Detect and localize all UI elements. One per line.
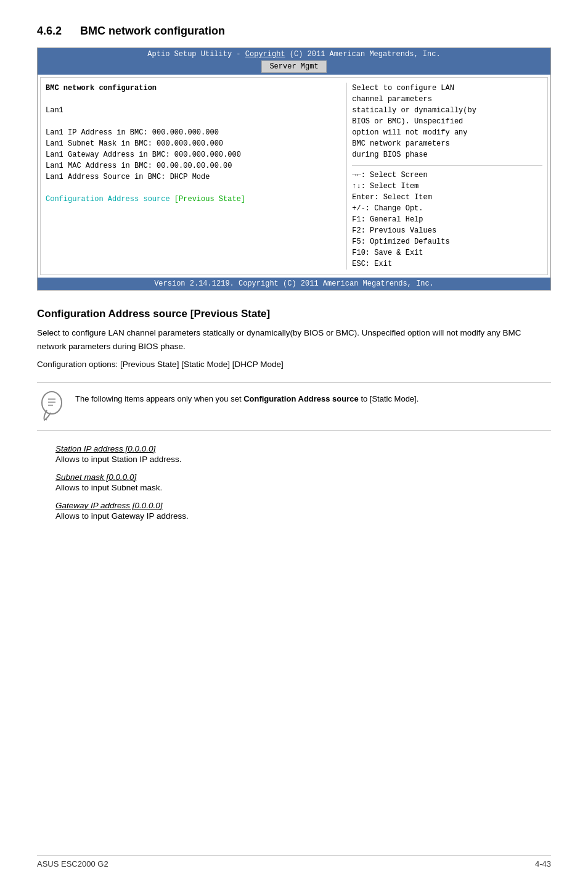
bios-help-7: during BIOS phase <box>352 149 542 160</box>
bios-config-val: [Previous State] <box>174 195 245 204</box>
bios-key-3: Enter: Select Item <box>352 192 542 203</box>
sub-item-gateway-ip-title: Gateway IP address [0.0.0.0] <box>55 501 551 510</box>
bios-help-3: statically or dynamically(by <box>352 105 542 116</box>
section-number: 4.6.2 <box>37 25 62 38</box>
bios-body: BMC network configuration Lan1 Lan1 IP A… <box>40 77 548 275</box>
bios-line-addr-source: Lan1 Address Source in BMC: DHCP Mode <box>46 171 341 183</box>
bios-key-4: +/-: Change Opt. <box>352 203 542 214</box>
bios-line-blank1 <box>46 94 341 105</box>
bios-key-6: F2: Previous Values <box>352 225 542 236</box>
bios-help-4: BIOS or BMC). Unspecified <box>352 116 542 127</box>
note-bold-text: Configuration Address source <box>243 394 359 403</box>
config-address-heading: Configuration Address source [Previous S… <box>37 308 551 320</box>
bios-line-mac: Lan1 MAC Address in BMC: 00.00.00.00.00.… <box>46 160 341 171</box>
note-text-before: The following items appears only when yo… <box>75 394 243 403</box>
note-pencil-icon <box>37 390 67 423</box>
bios-help-5: option will not modify any <box>352 127 542 138</box>
bios-line-blank2 <box>46 116 341 127</box>
bios-line-config-source: Configuration Address source [Previous S… <box>46 194 341 205</box>
sub-item-subnet-mask-desc: Allows to input Subnet mask. <box>55 483 551 492</box>
bios-line-subnet: Lan1 Subnet Mask in BMC: 000.000.000.000 <box>46 138 341 149</box>
footer-left: ASUS ESC2000 G2 <box>37 859 108 868</box>
bios-header: Aptio Setup Utility - Copyright (C) 2011… <box>38 48 550 60</box>
sub-item-subnet-mask: Subnet mask [0.0.0.0] Allows to input Su… <box>55 472 551 492</box>
bios-key-5: F1: General Help <box>352 214 542 225</box>
bios-subnet-val: 000.000.000.000 <box>157 139 223 148</box>
section-title: BMC network configuration <box>80 25 225 38</box>
bios-right-top: Select to configure LAN channel paramete… <box>352 83 542 160</box>
note-text-content: The following items appears only when yo… <box>75 390 419 406</box>
sub-item-subnet-mask-title: Subnet mask [0.0.0.0] <box>55 472 551 482</box>
bios-line-lan1: Lan1 <box>46 105 341 116</box>
bios-key-8: F10: Save & Exit <box>352 247 542 258</box>
page-footer: ASUS ESC2000 G2 4-43 <box>37 855 551 868</box>
sub-item-station-ip: Station IP address [0.0.0.0] Allows to i… <box>55 444 551 464</box>
sub-item-gateway-ip-desc: Allows to input Gateway IP address. <box>55 511 551 521</box>
config-description-1: Select to configure LAN channel paramete… <box>37 326 551 353</box>
bios-line-ip: Lan1 IP Address in BMC: 000.000.000.000 <box>46 127 341 138</box>
bios-right-panel: Select to configure LAN channel paramete… <box>346 83 542 270</box>
bios-tab-server-mgmt[interactable]: Server Mgmt <box>261 60 326 73</box>
bios-right-bottom: →←: Select Screen ↑↓: Select Item Enter:… <box>352 165 542 270</box>
copyright-text: Copyright <box>245 50 285 59</box>
sub-item-gateway-ip: Gateway IP address [0.0.0.0] Allows to i… <box>55 501 551 521</box>
bios-help-1: Select to configure LAN <box>352 83 542 94</box>
note-box: The following items appears only when yo… <box>37 382 551 431</box>
bios-line-blank3 <box>46 183 341 194</box>
bios-mac-val: 00.00.00.00.00.00 <box>157 162 232 170</box>
note-text-after: to [Static Mode]. <box>359 394 419 403</box>
bios-addr-source-val: DHCP Mode <box>170 173 210 181</box>
bios-key-1: →←: Select Screen <box>352 170 542 181</box>
sub-item-station-ip-desc: Allows to input Station IP address. <box>55 455 551 464</box>
bios-help-6: BMC network parameters <box>352 138 542 149</box>
config-description-2: Configuration options: [Previous State] … <box>37 358 551 371</box>
bios-tab-row: Server Mgmt <box>38 60 550 75</box>
bios-gateway-val: 000.000.000.000 <box>174 151 241 159</box>
svg-point-0 <box>42 392 62 414</box>
bios-footer: Version 2.14.1219. Copyright (C) 2011 Am… <box>38 278 550 290</box>
bios-line-gateway: Lan1 Gateway Address in BMC: 000.000.000… <box>46 149 341 160</box>
bios-help-2: channel parameters <box>352 94 542 105</box>
footer-right: 4-43 <box>535 859 551 868</box>
bios-key-9: ESC: Exit <box>352 258 542 270</box>
bios-ip-val: 000.000.000.000 <box>152 128 219 137</box>
bios-left-panel: BMC network configuration Lan1 Lan1 IP A… <box>46 83 341 270</box>
bios-key-7: F5: Optimized Defaults <box>352 236 542 247</box>
bios-line-1: BMC network configuration <box>46 83 341 94</box>
sub-item-station-ip-title: Station IP address [0.0.0.0] <box>55 444 551 453</box>
bios-terminal-box: Aptio Setup Utility - Copyright (C) 2011… <box>37 47 551 291</box>
section-heading: 4.6.2 BMC network configuration <box>37 25 551 38</box>
bios-key-2: ↑↓: Select Item <box>352 181 542 192</box>
